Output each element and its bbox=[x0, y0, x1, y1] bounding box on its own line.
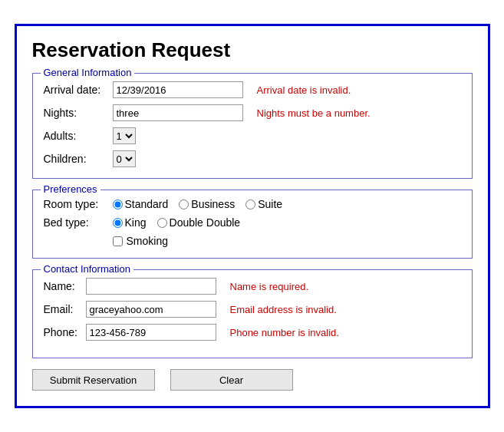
nights-row: Nights: Nights must be a number. bbox=[44, 104, 461, 121]
room-type-suite[interactable]: Suite bbox=[245, 198, 282, 210]
button-row: Submit Reservation Clear bbox=[32, 369, 473, 391]
room-type-label: Room type: bbox=[44, 198, 113, 210]
room-type-row: Room type: Standard Business Suite bbox=[44, 198, 461, 210]
name-error: Name is required. bbox=[230, 281, 309, 292]
bed-type-king-label: King bbox=[125, 216, 147, 229]
general-information-section: General Information Arrival date: Arriva… bbox=[32, 73, 473, 179]
smoking-row: Smoking bbox=[113, 235, 461, 247]
bed-type-double-label: Double Double bbox=[170, 216, 241, 229]
children-row: Children: 0 1 2 3 bbox=[44, 150, 461, 167]
adults-row: Adults: 1 2 3 4 bbox=[44, 127, 461, 144]
adults-label: Adults: bbox=[44, 130, 113, 142]
bed-type-double[interactable]: Double Double bbox=[157, 216, 241, 229]
children-input-cell: 0 1 2 3 bbox=[113, 150, 136, 167]
smoking-checkbox[interactable] bbox=[113, 236, 123, 246]
general-legend: General Information bbox=[41, 67, 135, 78]
children-label: Children: bbox=[44, 153, 113, 165]
email-label: Email: bbox=[44, 303, 86, 315]
name-input[interactable] bbox=[86, 278, 216, 295]
email-row: Email: Email address is invalid. bbox=[44, 301, 461, 318]
bed-type-group: King Double Double bbox=[113, 216, 241, 229]
room-type-group: Standard Business Suite bbox=[113, 198, 283, 210]
contact-information-section: Contact Information Name: Name is requir… bbox=[32, 269, 473, 358]
bed-type-double-radio[interactable] bbox=[157, 218, 167, 228]
contact-legend: Contact Information bbox=[41, 263, 133, 275]
adults-select[interactable]: 1 2 3 4 bbox=[113, 127, 136, 144]
bed-type-king[interactable]: King bbox=[113, 216, 147, 229]
phone-row: Phone: Phone number is invalid. bbox=[44, 324, 461, 341]
clear-button[interactable]: Clear bbox=[170, 369, 293, 391]
room-type-standard-label: Standard bbox=[125, 198, 169, 210]
room-type-business-label: Business bbox=[191, 198, 235, 210]
arrival-date-input-cell: Arrival date is invalid. bbox=[113, 81, 351, 98]
arrival-date-row: Arrival date: Arrival date is invalid. bbox=[44, 81, 461, 98]
arrival-date-error: Arrival date is invalid. bbox=[257, 84, 351, 96]
nights-label: Nights: bbox=[44, 107, 113, 119]
room-type-business-radio[interactable] bbox=[179, 200, 189, 209]
room-type-standard[interactable]: Standard bbox=[113, 198, 169, 210]
arrival-date-label: Arrival date: bbox=[44, 84, 113, 96]
room-type-business[interactable]: Business bbox=[179, 198, 235, 210]
bed-type-king-radio[interactable] bbox=[113, 218, 123, 228]
smoking-label: Smoking bbox=[127, 235, 168, 247]
name-label: Name: bbox=[44, 280, 86, 292]
phone-input-cell: Phone number is invalid. bbox=[86, 324, 339, 341]
phone-label: Phone: bbox=[44, 326, 86, 338]
room-type-suite-radio[interactable] bbox=[245, 200, 255, 209]
phone-error: Phone number is invalid. bbox=[230, 327, 339, 338]
email-error: Email address is invalid. bbox=[230, 304, 337, 315]
submit-button[interactable]: Submit Reservation bbox=[32, 369, 155, 391]
email-input-cell: Email address is invalid. bbox=[86, 301, 337, 318]
nights-error: Nights must be a number. bbox=[257, 107, 371, 119]
name-input-cell: Name is required. bbox=[86, 278, 309, 295]
page-title: Reservation Request bbox=[32, 38, 473, 62]
main-container: Reservation Request General Information … bbox=[15, 24, 490, 408]
phone-input[interactable] bbox=[86, 324, 216, 341]
email-input[interactable] bbox=[86, 301, 216, 318]
nights-input[interactable] bbox=[113, 104, 243, 121]
adults-input-cell: 1 2 3 4 bbox=[113, 127, 136, 144]
nights-input-cell: Nights must be a number. bbox=[113, 104, 371, 121]
children-select[interactable]: 0 1 2 3 bbox=[113, 150, 136, 167]
preferences-section: Preferences Room type: Standard Business… bbox=[32, 190, 473, 259]
name-row: Name: Name is required. bbox=[44, 278, 461, 295]
room-type-standard-radio[interactable] bbox=[113, 200, 123, 209]
preferences-legend: Preferences bbox=[41, 183, 100, 195]
bed-type-label: Bed type: bbox=[44, 216, 113, 229]
room-type-suite-label: Suite bbox=[258, 198, 282, 210]
bed-type-row: Bed type: King Double Double bbox=[44, 216, 461, 229]
arrival-date-input[interactable] bbox=[113, 81, 243, 98]
